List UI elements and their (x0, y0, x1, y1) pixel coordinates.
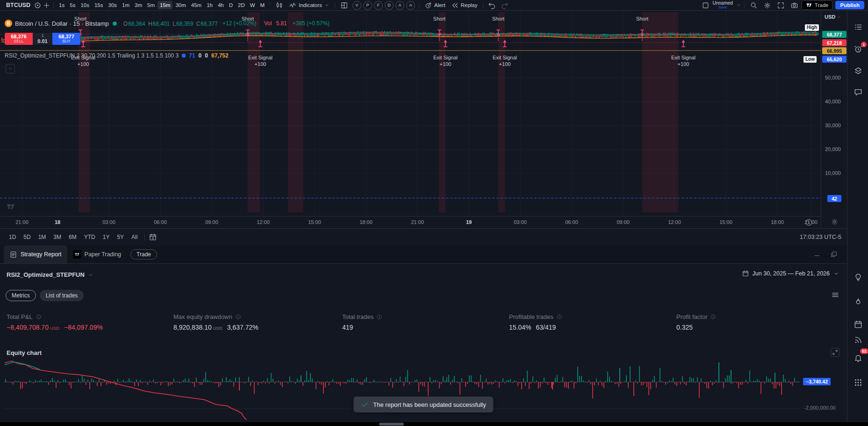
report-options-icon[interactable] (831, 291, 839, 299)
price-scale-settings-icon[interactable] (831, 218, 839, 226)
add-symbol-icon[interactable] (43, 1, 50, 9)
layout-templates-button[interactable] (338, 1, 351, 9)
timeframe-4h-button[interactable]: 4h (215, 1, 226, 9)
chart-type-button[interactable] (273, 1, 286, 9)
timeframe-2D-button[interactable]: 2D (236, 1, 247, 9)
time-tick-label: 19 (459, 219, 479, 225)
range-1m-button[interactable]: 1M (35, 232, 50, 242)
chat-button[interactable] (852, 86, 864, 98)
timeframe-M-button[interactable]: M (258, 1, 267, 9)
search-icon[interactable] (750, 1, 758, 9)
range-1d-button[interactable]: 1D (6, 232, 19, 242)
range-ytd-button[interactable]: YTD (81, 232, 99, 242)
bitcoin-logo-icon: B (5, 20, 12, 27)
scrollbar-handle[interactable] (379, 423, 404, 426)
price-chart-canvas[interactable] (0, 10, 821, 216)
equity-expand-icon[interactable] (831, 348, 839, 357)
chevron-down-icon[interactable] (736, 2, 741, 8)
sell-button[interactable]: 68,376 SELL (5, 33, 33, 45)
report-date-range[interactable]: Jun 30, 2025 — Feb 21, 2026 (742, 270, 839, 277)
range-all-button[interactable]: All (128, 232, 141, 242)
layout-name-button[interactable]: Unnamed Save (710, 1, 734, 9)
timeframe-1s-button[interactable]: 1s (57, 1, 67, 9)
compare-icon[interactable] (34, 1, 42, 9)
clock[interactable]: 17:03:23 UTC-5 (800, 234, 841, 240)
bottom-scrollbar[interactable] (0, 422, 868, 426)
quick-indicator-f-2-button[interactable]: F (374, 1, 383, 10)
symbol-title[interactable]: Bitcoin / U.S. Dollar · 15 · Bitstamp (15, 20, 109, 27)
date-range-bar: 1D5D1M3M6MYTD1Y5YAll 17:03:23 UTC-5 (0, 228, 847, 245)
timeframe-10s-button[interactable]: 10s (78, 1, 92, 9)
price-scale-currency[interactable]: USD (825, 14, 841, 20)
quick-indicator-p-1-button[interactable]: P (363, 1, 372, 10)
timeframe-1h-button[interactable]: 1h (204, 1, 215, 9)
calendar-button[interactable] (852, 318, 864, 330)
timeframe-5m-button[interactable]: 5m (145, 1, 157, 9)
range-6m-button[interactable]: 6M (65, 232, 80, 242)
quick-indicator-a-4-button[interactable]: A (395, 1, 404, 10)
watchlist-button[interactable] (852, 21, 864, 33)
timeframe-1m-button[interactable]: 1m (120, 1, 132, 9)
quick-indicator-a-5-button[interactable]: A (406, 1, 415, 10)
list-of-trades-tab-button[interactable]: List of trades (40, 290, 84, 301)
order-panel: 68,376 SELL 1 0.01 68,377 BUY (5, 33, 80, 45)
ideas-button[interactable] (852, 271, 864, 283)
notifications-bell-button[interactable]: 52 (852, 352, 864, 363)
buy-button[interactable]: 68,377 BUY (52, 33, 80, 45)
alert-button[interactable]: Alert (422, 1, 448, 9)
indicators-button[interactable]: Indicators (287, 1, 332, 9)
undo-icon[interactable] (488, 1, 496, 9)
notifications-bell-icon (854, 353, 863, 362)
hotlists-button[interactable] (852, 296, 864, 308)
timeframe-30m-button[interactable]: 30m (173, 1, 188, 9)
layout-select-icon[interactable] (702, 1, 710, 9)
timeframe-W-button[interactable]: W (248, 1, 258, 9)
goto-date-icon[interactable] (149, 233, 157, 241)
range-1y-button[interactable]: 1Y (100, 232, 113, 242)
minimize-panel-icon[interactable] (813, 251, 821, 258)
camera-icon[interactable] (790, 1, 798, 9)
metrics-tab-button[interactable]: Metrics (6, 290, 36, 301)
range-5y-button[interactable]: 5Y (114, 232, 127, 242)
maximize-panel-icon[interactable] (830, 251, 838, 258)
toolbar-divider (53, 2, 54, 8)
timeframe-D-button[interactable]: D (227, 1, 235, 9)
replay-button[interactable]: Replay (449, 1, 480, 9)
timeframe-3m-button[interactable]: 3m (132, 1, 144, 9)
legend-collapse-button[interactable] (6, 64, 15, 73)
quick-indicator-d-3-button[interactable]: D (385, 1, 394, 10)
timeframe-45m-button[interactable]: 45m (189, 1, 204, 9)
publish-button[interactable]: Publish (835, 1, 864, 9)
time-tick-label: 18 (47, 219, 68, 225)
range-3m-button[interactable]: 3M (50, 232, 65, 242)
tab-strategy-report[interactable]: Strategy Report (4, 245, 67, 263)
apps-grid-button[interactable] (852, 376, 864, 388)
quantity-field[interactable]: 1 0.01 (33, 33, 52, 45)
timeframe-30s-button[interactable]: 30s (106, 1, 120, 9)
time-axis[interactable]: 21:001803:0006:0009:0012:0015:0018:0021:… (0, 216, 821, 229)
quick-indicator-v-0-button[interactable]: V (352, 1, 361, 10)
tab-paper-trading[interactable]: Paper Trading (67, 245, 127, 263)
trade-button[interactable]: Trade (802, 0, 833, 10)
streams-button[interactable] (852, 334, 864, 346)
timeframe-15m-button[interactable]: 15m (158, 1, 172, 9)
price-chart[interactable]: ShortShortShortShortShortExit Signal+100… (0, 10, 821, 216)
fullscreen-icon[interactable] (777, 1, 785, 9)
alerts-clock-button[interactable]: 1 (852, 43, 864, 55)
replay-label: Replay (461, 2, 478, 8)
redo-icon[interactable] (501, 1, 509, 9)
range-5d-button[interactable]: 5D (20, 232, 34, 242)
symbol-button[interactable]: BTCUSD (4, 1, 33, 9)
scroll-to-realtime-icon[interactable] (804, 218, 813, 227)
gear-icon[interactable] (763, 1, 771, 9)
strategy-title[interactable]: RSI2_Optimized_STEPFUN (7, 271, 94, 278)
ideas-icon (854, 273, 863, 282)
timeframe-5s-button[interactable]: 5s (67, 1, 78, 9)
strategy-legend-title: RSI2_Optimized_STEPFUN 2 30 70 200 1.5 T… (5, 52, 179, 59)
time-tick-label: 06:00 (561, 219, 582, 225)
price-scale[interactable]: USD68,37767,21866,99565,62050,00040,0003… (821, 10, 847, 228)
trade-tab-button[interactable]: Trade (130, 249, 157, 260)
timeframe-15s-button[interactable]: 15s (92, 1, 106, 9)
strategy-legend[interactable]: RSI2_Optimized_STEPFUN 2 30 70 200 1.5 T… (5, 52, 229, 59)
object-tree-button[interactable] (852, 65, 864, 77)
